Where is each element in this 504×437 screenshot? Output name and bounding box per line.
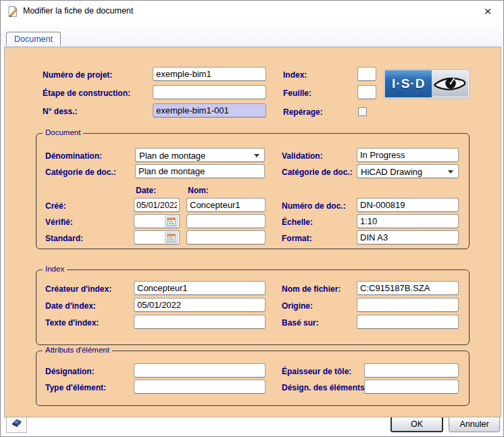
tab-document[interactable]: Document [6, 32, 61, 46]
scale-label: Échelle: [282, 217, 313, 227]
doc-category2-value: HiCAD Drawing [361, 167, 422, 177]
based-on-input[interactable] [357, 315, 459, 329]
tagging-label: Repérage: [283, 107, 323, 117]
verified-date-field[interactable] [134, 214, 180, 228]
cancel-button[interactable]: Annuler [449, 416, 500, 432]
drawing-number-label: N° dess.: [43, 107, 77, 116]
filename-input[interactable] [357, 281, 459, 295]
index-input[interactable] [357, 67, 376, 81]
origin-input[interactable] [357, 298, 459, 312]
sheet-thickness-input[interactable] [364, 363, 459, 378]
project-number-label: Numéro de projet: [43, 70, 112, 80]
standard-date-field[interactable] [134, 230, 180, 245]
index-date-input[interactable] [134, 298, 266, 312]
origin-label: Origine: [282, 301, 313, 311]
validation-label: Validation: [282, 151, 323, 161]
standard-name-input[interactable] [186, 230, 266, 245]
verified-date-input[interactable] [136, 215, 167, 227]
tab-strip [1, 21, 503, 47]
sheet-thickness-label: Épaisseur de tôle: [282, 367, 351, 376]
edit-document-icon [7, 5, 19, 18]
verified-name-input[interactable] [186, 214, 266, 228]
created-date-input[interactable] [134, 198, 180, 212]
designation-label: Désignation: [45, 367, 95, 376]
verified-label: Vérifié: [45, 217, 73, 227]
elements-designation-input[interactable] [364, 380, 459, 394]
based-on-label: Basé sur: [282, 318, 319, 328]
created-label: Créé: [45, 201, 66, 211]
element-type-label: Type d'élément: [45, 383, 106, 392]
created-name-input[interactable] [186, 198, 266, 212]
isd-logo-text: I·S·D [385, 70, 432, 97]
document-group-legend: Document [43, 128, 83, 136]
scale-input[interactable] [357, 214, 459, 228]
index-creator-label: Créateur d'index: [45, 284, 111, 294]
doc-category-label: Catégorie de doc.: [45, 168, 116, 177]
calendar-icon[interactable] [165, 232, 178, 243]
element-type-input[interactable] [134, 380, 266, 394]
sheet-label: Feuille: [283, 88, 311, 98]
index-creator-input[interactable] [134, 281, 266, 295]
doc-category2-label: Catégorie de doc.: [282, 168, 353, 177]
drawing-number-input[interactable] [153, 103, 266, 118]
construction-stage-label: Étape de construction: [43, 88, 130, 98]
calendar-icon[interactable] [165, 215, 178, 227]
name-column-header: Nom: [188, 186, 209, 195]
doc-number-input[interactable] [357, 198, 459, 212]
construction-stage-input[interactable] [153, 85, 266, 99]
elements-designation-label: Désign. des éléments: [282, 383, 368, 392]
close-icon[interactable]: × [481, 5, 495, 18]
standard-label: Standard: [45, 234, 83, 243]
date-column-header: Date: [136, 186, 156, 195]
filename-label: Nom de fichier: [282, 284, 341, 294]
index-text-input[interactable] [134, 315, 266, 329]
element-attributes-group: Attributs d'élément [36, 351, 470, 406]
denomination-value: Plan de montage [139, 151, 205, 161]
window-title: Modifier la fiche de document [23, 6, 133, 16]
standard-date-input[interactable] [136, 232, 167, 243]
chevron-down-icon [448, 170, 453, 174]
format-input[interactable] [357, 230, 459, 245]
designation-input[interactable] [134, 363, 266, 378]
doc-category-input[interactable] [135, 164, 265, 178]
sheet-input[interactable] [357, 85, 376, 99]
dialog-window: Modifier la fiche de document × Document… [0, 0, 504, 437]
tagging-checkbox[interactable] [358, 107, 367, 116]
format-label: Format: [282, 234, 312, 243]
eye-icon [432, 70, 469, 97]
index-text-label: Texte d'index: [45, 318, 99, 328]
doc-category2-dropdown[interactable]: HiCAD Drawing [357, 164, 459, 178]
index-label: Index: [283, 70, 307, 80]
project-number-input[interactable] [153, 67, 266, 81]
index-date-label: Date d'index: [45, 301, 96, 311]
denomination-label: Dénomination: [45, 151, 102, 161]
chevron-down-icon [254, 154, 259, 157]
element-attributes-legend: Attributs d'élément [43, 346, 112, 354]
index-group-legend: Index [43, 265, 67, 273]
denomination-dropdown[interactable]: Plan de montage [135, 148, 265, 162]
doc-number-label: Numéro de doc.: [282, 201, 346, 211]
isd-logo: I·S·D [384, 69, 470, 99]
ok-button[interactable]: OK [390, 416, 443, 432]
title-bar: Modifier la fiche de document × [1, 1, 503, 21]
validation-input[interactable] [357, 148, 459, 162]
